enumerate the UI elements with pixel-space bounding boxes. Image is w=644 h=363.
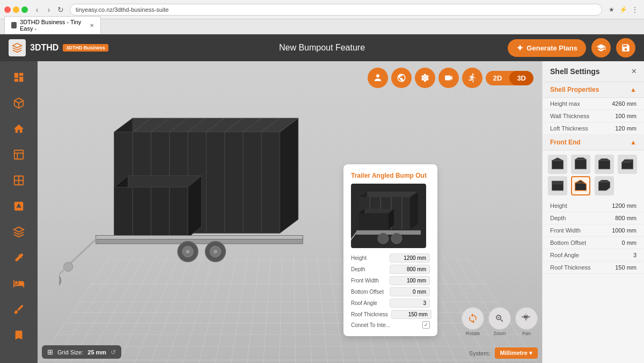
bookmark-tool-btn[interactable] [7,323,31,347]
loft-thickness-value: 120 mm [615,125,636,132]
front-roof-angle-row: Roof Angle 3 [543,249,644,262]
shape-btn-6[interactable] [571,176,590,195]
svg-point-66 [378,233,389,244]
roof-angle-input[interactable] [390,299,430,308]
svg-marker-15 [280,118,298,233]
tab-favicon [11,22,17,28]
shape-btn-2[interactable] [571,155,590,174]
logo-cube [9,39,26,56]
close-window-btn[interactable] [4,6,11,13]
height-field-label: Height [351,255,367,261]
3d-mode-btn[interactable]: 3D [509,71,533,85]
main-layout: 2D 3D [0,61,644,363]
roof-thickness-field-row: Roof Thickness [351,310,430,319]
front-end-toggle: ▲ [630,139,636,146]
app-header: 3DTHD 3DTHD Business New Bumpout Feature… [0,34,644,61]
svg-line-49 [68,239,96,265]
reload-btn[interactable]: ↻ [56,5,65,14]
viewport[interactable]: 2D 3D [38,61,542,363]
front-roof-thickness-value: 150 mm [615,264,636,271]
rotate-label: Rotate [466,331,480,336]
tab-close-btn[interactable]: ✕ [90,23,94,28]
floor-plan-tool-btn[interactable] [7,66,31,89]
generate-plans-btn[interactable]: ✦ Generate Plans [508,39,586,57]
height-max-value: 4260 mm [612,100,636,107]
measure-tool-btn[interactable] [7,246,31,270]
front-depth-label: Depth [550,215,566,221]
bumpout-preview-image [351,184,426,248]
menu-icon[interactable]: ⋮ [630,5,640,14]
svg-rect-72 [575,159,587,169]
furniture-tool-btn[interactable] [7,272,31,295]
shape-btn-7[interactable] [595,176,614,195]
reset-grid-btn[interactable]: ↺ [111,349,116,356]
box-tool-btn[interactable] [7,91,31,115]
loft-thickness-row: Loft Thickness 120 mm [543,122,644,135]
height-input[interactable] [390,253,430,263]
graduate-icon-btn[interactable] [591,38,611,57]
bookmark-star-icon[interactable]: ★ [606,5,616,14]
grid-icon: ⊞ [47,348,53,356]
zoom-control: Zoom [488,307,511,336]
panel-close-btn[interactable]: × [632,67,636,76]
save-icon-btn[interactable] [616,38,635,57]
active-tab[interactable]: 3DTHD Business - Tiny Easy - ✕ [4,16,101,34]
settings-view-btn[interactable] [415,68,435,88]
depth-input[interactable] [390,265,430,274]
pan-btn[interactable] [515,307,538,330]
front-end-section-header[interactable]: Front End ▲ [543,135,644,150]
bottom-offset-field-label: Bottom Offset [351,289,384,295]
svg-point-48 [213,249,218,254]
camera-orbit-btn[interactable] [391,68,412,88]
walk-view-btn[interactable] [462,68,482,88]
zoom-btn[interactable] [488,307,511,330]
front-depth-row: Depth 800 mm [543,212,644,224]
front-width-row: Front Width 1000 mm [543,224,644,237]
pan-label: Pan [522,331,531,336]
front-roof-thickness-label: Roof Thickness [550,264,591,271]
wall-tool-btn[interactable] [7,194,31,218]
shape-btn-4[interactable] [618,155,637,174]
address-bar[interactable]: tinyeasy.co.nz/3dthd-business-suite [70,4,602,16]
roof-thickness-input[interactable] [391,310,431,319]
shape-btn-5[interactable] [548,176,567,195]
paint-tool-btn[interactable] [7,297,31,321]
connect-checkbox[interactable]: ✓ [422,321,430,329]
shell-properties-toggle: ▲ [630,86,636,93]
generate-plans-label: Generate Plans [526,44,577,52]
window-tool-btn[interactable] [7,169,31,192]
front-width-field-row: Front Width [351,276,430,285]
svg-marker-56 [410,192,418,229]
layers-tool-btn[interactable] [7,220,31,244]
svg-marker-9 [14,227,24,232]
forward-btn[interactable]: › [44,5,54,14]
right-panel: Shell Settings × Shell Properties ▲ Heig… [542,61,644,363]
svg-point-67 [391,233,402,244]
logo-badge: 3DTHD Business [63,44,108,52]
front-width-input[interactable] [390,276,430,285]
shell-properties-section-header[interactable]: Shell Properties ▲ [543,82,644,98]
maximize-window-btn[interactable] [21,6,28,13]
shape-btn-1[interactable] [548,155,567,174]
video-view-btn[interactable] [438,68,459,88]
roof-angle-field-label: Roof Angle [351,300,377,306]
extensions-icon[interactable]: ⚡ [618,5,628,14]
system-label: System: [469,350,491,357]
front-width-field-label: Front Width [351,278,379,284]
rotate-btn[interactable] [462,307,484,330]
2d-mode-btn[interactable]: 2D [486,71,510,85]
roof-tool-btn[interactable] [7,117,31,141]
bottom-offset-input[interactable] [390,287,430,296]
system-value: Millimetre [500,350,528,356]
connect-field-row: Connet To Inte... ✓ [351,321,430,329]
trailer-3d-view [59,77,381,320]
door-tool-btn[interactable] [7,143,31,166]
shape-btn-3[interactable] [595,155,614,174]
depth-field-row: Depth [351,265,430,274]
minimize-window-btn[interactable] [13,6,19,13]
shell-properties-title: Shell Properties [550,86,599,93]
back-btn[interactable]: ‹ [32,5,42,14]
front-roof-angle-label: Roof Angle [550,252,579,258]
roof-thickness-field-label: Roof Thickness [351,311,388,317]
system-select-btn[interactable]: Millimetre ▾ [495,347,538,359]
